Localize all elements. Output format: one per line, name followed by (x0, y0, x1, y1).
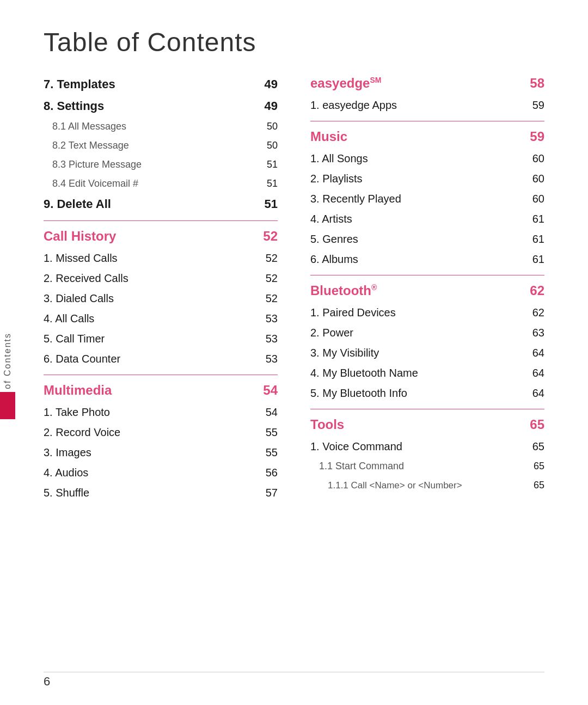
list-item: 1. Take Photo 54 (44, 402, 278, 422)
section-header-music: Music 59 (310, 121, 544, 149)
bottom-divider (44, 672, 544, 672)
list-item: 8. Settings 49 (44, 95, 278, 117)
list-item: 2. Received Calls 52 (44, 268, 278, 289)
list-item: 4. Artists 61 (310, 209, 544, 229)
list-item: 1. Missed Calls 52 (44, 248, 278, 268)
list-item: 8.1 All Messages 50 (44, 117, 278, 136)
list-item: 5. Shuffle 57 (44, 483, 278, 503)
content-wrapper: 7. Templates 49 8. Settings 49 8.1 All M… (0, 73, 588, 503)
list-item: 2. Record Voice 55 (44, 422, 278, 443)
list-item: 1. All Songs 60 (310, 149, 544, 169)
list-item: 2. Playlists 60 (310, 169, 544, 189)
page-title: Table of Contents (0, 0, 588, 73)
list-item: 4. Audios 56 (44, 463, 278, 483)
list-item: 4. All Calls 53 (44, 309, 278, 329)
list-item: 8.3 Picture Message 51 (44, 155, 278, 174)
list-item: 8.4 Edit Voicemail # 51 (44, 174, 278, 193)
list-item: 3. Images 55 (44, 443, 278, 463)
side-tab-bar (0, 392, 15, 419)
list-item: 5. Genres 61 (310, 229, 544, 249)
list-item: 5. Call Timer 53 (44, 329, 278, 349)
list-item: 9. Delete All 51 (44, 193, 278, 215)
list-item: 5. My Bluetooth Info 64 (310, 383, 544, 403)
list-item: 3. Recently Played 60 (310, 189, 544, 209)
list-item: 4. My Bluetooth Name 64 (310, 363, 544, 383)
list-item: 1. Paired Devices 62 (310, 303, 544, 323)
list-item: 1. Voice Command 65 (310, 437, 544, 457)
section-header-bluetooth: Bluetooth® 62 (310, 275, 544, 303)
section-header-easyedge: easyedgeSM 58 (310, 73, 544, 95)
list-item: 3. Dialed Calls 52 (44, 289, 278, 309)
list-item: 8.2 Text Message 50 (44, 136, 278, 155)
section-header-call-history: Call History 52 (44, 220, 278, 248)
list-item: 7. Templates 49 (44, 73, 278, 95)
list-item: 3. My Visibility 64 (310, 343, 544, 363)
left-column: 7. Templates 49 8. Settings 49 8.1 All M… (44, 73, 278, 503)
list-item: 2. Power 63 (310, 323, 544, 343)
list-item: 6. Albums 61 (310, 249, 544, 269)
list-item: 1.1 Start Command 65 (310, 457, 544, 476)
list-item: 1.1.1 Call <Name> or <Number> 65 (310, 476, 544, 495)
page-number: 6 (44, 675, 50, 689)
list-item: 1. easyedge Apps 59 (310, 95, 544, 115)
right-column: easyedgeSM 58 1. easyedge Apps 59 Music … (310, 73, 544, 503)
section-header-multimedia: Multimedia 54 (44, 375, 278, 402)
section-header-tools: Tools 65 (310, 409, 544, 437)
list-item: 6. Data Counter 53 (44, 349, 278, 369)
